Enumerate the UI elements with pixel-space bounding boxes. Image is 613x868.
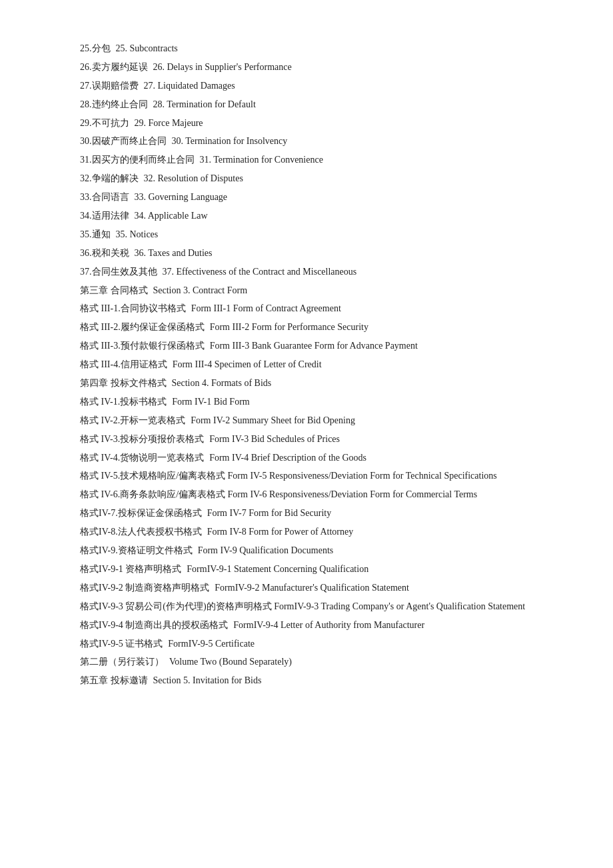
en-text: FormIV-9-4 Letter of Authority from Manu… — [233, 617, 424, 634]
list-item: 格式 IV-3.投标分项报价表格式 Form IV-3 Bid Schedule… — [80, 431, 533, 448]
list-item: 格式IV-9-5 证书格式 FormIV-9-5 Certificate — [80, 635, 533, 653]
zh-text: 格式IV-9-2 制造商资格声明格式 — [80, 579, 209, 597]
en-text: Form IV-5 Responsiveness/Deviation Form … — [228, 471, 497, 481]
zh-text: 27.误期赔偿费 — [80, 77, 139, 95]
en-text: 33. Governing Language — [135, 189, 228, 206]
zh-text: 格式IV-7.投标保证金保函格式 — [80, 505, 202, 522]
en-text: Form III-3 Bank Guarantee Form for Advan… — [210, 337, 418, 355]
list-item: 格式IV-9-3 贸易公司(作为代理)的资格声明格式 FormIV-9-3 Tr… — [80, 598, 533, 615]
list-item: 35.通知 35. Notices — [80, 226, 533, 243]
list-item: 第五章 投标邀请 Section 5. Invitation for Bids — [80, 672, 533, 689]
zh-text: 格式 IV-5.技术规格响应/偏离表格式 — [80, 471, 225, 481]
zh-text: 格式 III-1.合同协议书格式 — [80, 300, 186, 317]
zh-text: 第三章 合同格式 — [80, 282, 148, 299]
zh-text: 33.合同语言 — [80, 189, 129, 206]
zh-text: 格式IV-8.法人代表授权书格式 — [80, 523, 202, 541]
zh-text: 格式IV-9-1 资格声明格式 — [80, 561, 181, 578]
list-item: 34.适用法律 34. Applicable Law — [80, 207, 533, 225]
list-item: 28.违约终止合同 28. Termination for Default — [80, 96, 533, 113]
zh-text: 格式 IV-1.投标书格式 — [80, 393, 167, 411]
zh-text: 格式 III-2.履约保证金保函格式 — [80, 319, 205, 336]
list-item: 36.税和关税 36. Taxes and Duties — [80, 245, 533, 262]
list-item: 格式IV-9-1 资格声明格式 FormIV-9-1 Statement Con… — [80, 561, 533, 578]
zh-text: 31.因买方的便利而终止合同 — [80, 151, 195, 169]
list-item: 第二册（另行装订） Volume Two (Bound Separately) — [80, 653, 533, 671]
list-item: 格式 III-2.履约保证金保函格式 Form III-2 Form for P… — [80, 319, 533, 336]
zh-text: 格式IV-9-3 贸易公司(作为代理)的资格声明格式 — [80, 601, 272, 611]
list-item: 30.因破产而终止合同 30. Termination for Insolven… — [80, 133, 533, 150]
en-text: 25. Subcontracts — [116, 40, 178, 57]
en-text: 29. Force Majeure — [135, 115, 203, 132]
list-item: 格式 IV-6.商务条款响应/偏离表格式 Form IV-6 Responsiv… — [80, 486, 533, 503]
en-text: 32. Resolution of Disputes — [144, 170, 243, 187]
en-text: Form IV-7 Form for Bid Security — [207, 505, 332, 522]
zh-text: 格式IV-9-5 证书格式 — [80, 635, 163, 653]
en-text: Form III-1 Form of Contract Agreement — [191, 300, 341, 317]
en-text: Form IV-4 Brief Description of the Goods — [209, 449, 366, 467]
list-item: 格式 III-4.信用证格式 Form III-4 Specimen of Le… — [80, 356, 533, 373]
list-item: 27.误期赔偿费 27. Liquidated Damages — [80, 77, 533, 95]
en-text: 30. Termination for Insolvency — [172, 133, 288, 150]
en-text: Section 5. Invitation for Bids — [153, 672, 262, 689]
en-text: FormIV-9-1 Statement Concerning Qualific… — [187, 561, 368, 578]
list-item: 格式 IV-1.投标书格式 Form IV-1 Bid Form — [80, 393, 533, 411]
zh-text: 36.税和关税 — [80, 245, 129, 262]
en-text: Form IV-1 Bid Form — [172, 393, 250, 411]
list-item: 37.合同生效及其他 37. Effectiveness of the Cont… — [80, 263, 533, 281]
zh-text: 格式 III-4.信用证格式 — [80, 356, 167, 373]
en-text: Form III-2 Form for Performance Security — [210, 319, 368, 336]
en-text: Form IV-9 Qualification Documents — [198, 542, 334, 559]
list-item: 29.不可抗力 29. Force Majeure — [80, 115, 533, 132]
list-item: 25.分包 25. Subcontracts — [80, 40, 533, 57]
zh-text: 26.卖方履约延误 — [80, 59, 148, 76]
en-text: Form IV-8 Form for Power of Attorney — [207, 523, 354, 541]
zh-text: 37.合同生效及其他 — [80, 263, 157, 281]
en-text: 37. Effectiveness of the Contract and Mi… — [163, 263, 357, 281]
list-item: 格式IV-8.法人代表授权书格式 Form IV-8 Form for Powe… — [80, 523, 533, 541]
list-item: 格式 III-3.预付款银行保函格式 Form III-3 Bank Guara… — [80, 337, 533, 355]
list-item: 第三章 合同格式 Section 3. Contract Form — [80, 282, 533, 299]
en-text: FormIV-9-3 Trading Company's or Agent's … — [274, 601, 525, 611]
zh-text: 第五章 投标邀请 — [80, 672, 148, 689]
en-text: 36. Taxes and Duties — [135, 245, 213, 262]
en-text: Form IV-6 Responsiveness/Deviation Form … — [228, 489, 478, 499]
list-item: 33.合同语言 33. Governing Language — [80, 189, 533, 206]
list-item: 31.因买方的便利而终止合同 31. Termination for Conve… — [80, 151, 533, 169]
list-item: 格式IV-9-4 制造商出具的授权函格式 FormIV-9-4 Letter o… — [80, 617, 533, 634]
zh-text: 格式 IV-3.投标分项报价表格式 — [80, 431, 204, 448]
en-text: Form III-4 Specimen of Letter of Credit — [173, 356, 322, 373]
zh-text: 30.因破产而终止合同 — [80, 133, 167, 150]
en-text: 28. Termination for Default — [153, 96, 256, 113]
en-text: 34. Applicable Law — [135, 207, 208, 225]
list-item: 格式 IV-4.货物说明一览表格式 Form IV-4 Brief Descri… — [80, 449, 533, 467]
en-text: Form IV-2 Summary Sheet for Bid Opening — [191, 412, 355, 429]
zh-text: 格式 IV-6.商务条款响应/偏离表格式 — [80, 489, 225, 499]
list-item: 格式 III-1.合同协议书格式 Form III-1 Form of Cont… — [80, 300, 533, 317]
en-text: 35. Notices — [116, 226, 159, 243]
zh-text: 格式 IV-4.货物说明一览表格式 — [80, 449, 204, 467]
en-text: Volume Two (Bound Separately) — [169, 653, 292, 671]
en-text: FormIV-9-2 Manufacturer's Qualification … — [215, 579, 409, 597]
en-text: 26. Delays in Supplier's Performance — [153, 59, 292, 76]
en-text: FormIV-9-5 Certificate — [168, 635, 255, 653]
zh-text: 第四章 投标文件格式 — [80, 375, 167, 392]
list-item: 32.争端的解决 32. Resolution of Disputes — [80, 170, 533, 187]
list-item: 格式IV-7.投标保证金保函格式 Form IV-7 Form for Bid … — [80, 505, 533, 522]
zh-text: 29.不可抗力 — [80, 115, 129, 132]
list-item: 格式 IV-2.开标一览表格式 Form IV-2 Summary Sheet … — [80, 412, 533, 429]
en-text: 31. Termination for Convenience — [200, 151, 323, 169]
zh-text: 第二册（另行装订） — [80, 653, 164, 671]
zh-text: 34.适用法律 — [80, 207, 129, 225]
zh-text: 35.通知 — [80, 226, 111, 243]
list-item: 第四章 投标文件格式 Section 4. Formats of Bids — [80, 375, 533, 392]
list-item: 26.卖方履约延误 26. Delays in Supplier's Perfo… — [80, 59, 533, 76]
zh-text: 28.违约终止合同 — [80, 96, 148, 113]
en-text: Section 4. Formats of Bids — [172, 375, 272, 392]
toc-list: 25.分包 25. Subcontracts26.卖方履约延误 26. Dela… — [80, 40, 533, 689]
list-item: 格式IV-9-2 制造商资格声明格式 FormIV-9-2 Manufactur… — [80, 579, 533, 597]
en-text: Section 3. Contract Form — [153, 282, 248, 299]
zh-text: 25.分包 — [80, 40, 111, 57]
list-item: 格式IV-9.资格证明文件格式 Form IV-9 Qualification … — [80, 542, 533, 559]
en-text: Form IV-3 Bid Schedules of Prices — [209, 431, 340, 448]
zh-text: 格式 IV-2.开标一览表格式 — [80, 412, 185, 429]
